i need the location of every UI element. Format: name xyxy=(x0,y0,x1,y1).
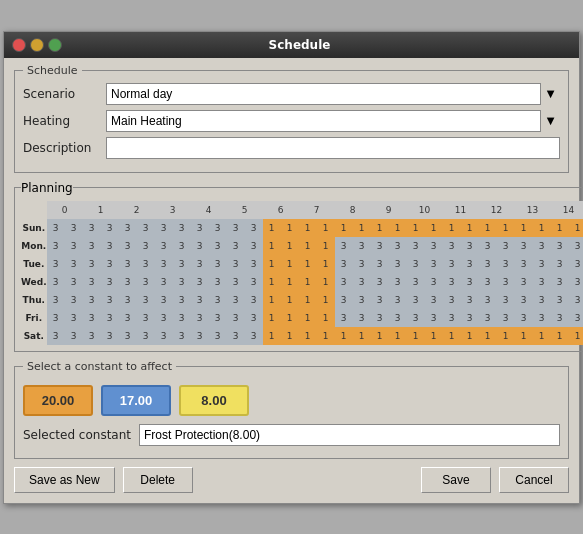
schedule-cell[interactable]: 1 xyxy=(317,219,335,237)
schedule-cell[interactable]: 1 xyxy=(281,273,299,291)
schedule-cell[interactable]: 3 xyxy=(209,273,227,291)
schedule-cell[interactable]: 3 xyxy=(209,327,227,345)
schedule-cell[interactable]: 1 xyxy=(353,327,371,345)
schedule-cell[interactable]: 3 xyxy=(497,291,515,309)
schedule-cell[interactable]: 3 xyxy=(119,219,137,237)
schedule-cell[interactable]: 3 xyxy=(173,291,191,309)
schedule-cell[interactable]: 1 xyxy=(515,219,533,237)
schedule-cell[interactable]: 3 xyxy=(245,309,263,327)
schedule-cell[interactable]: 3 xyxy=(407,237,425,255)
schedule-cell[interactable]: 3 xyxy=(191,237,209,255)
schedule-cell[interactable]: 1 xyxy=(299,273,317,291)
schedule-cell[interactable]: 1 xyxy=(281,237,299,255)
schedule-cell[interactable]: 3 xyxy=(497,309,515,327)
schedule-cell[interactable]: 3 xyxy=(47,273,65,291)
schedule-cell[interactable]: 1 xyxy=(317,291,335,309)
schedule-cell[interactable]: 1 xyxy=(533,219,551,237)
schedule-cell[interactable]: 3 xyxy=(245,273,263,291)
schedule-cell[interactable]: 1 xyxy=(551,219,569,237)
schedule-cell[interactable]: 3 xyxy=(191,255,209,273)
schedule-cell[interactable]: 3 xyxy=(533,309,551,327)
schedule-cell[interactable]: 3 xyxy=(83,327,101,345)
schedule-cell[interactable]: 3 xyxy=(227,237,245,255)
schedule-cell[interactable]: 3 xyxy=(569,309,583,327)
schedule-cell[interactable]: 3 xyxy=(371,237,389,255)
schedule-cell[interactable]: 1 xyxy=(443,219,461,237)
schedule-cell[interactable]: 3 xyxy=(335,237,353,255)
schedule-cell[interactable]: 3 xyxy=(209,237,227,255)
schedule-cell[interactable]: 3 xyxy=(65,255,83,273)
schedule-cell[interactable]: 3 xyxy=(137,237,155,255)
schedule-cell[interactable]: 3 xyxy=(83,219,101,237)
schedule-cell[interactable]: 3 xyxy=(47,255,65,273)
schedule-cell[interactable]: 1 xyxy=(371,219,389,237)
schedule-cell[interactable]: 3 xyxy=(209,255,227,273)
schedule-cell[interactable]: 3 xyxy=(497,237,515,255)
schedule-cell[interactable]: 3 xyxy=(389,309,407,327)
schedule-cell[interactable]: 3 xyxy=(47,327,65,345)
schedule-cell[interactable]: 1 xyxy=(479,327,497,345)
cancel-button[interactable]: Cancel xyxy=(499,467,569,493)
schedule-cell[interactable]: 3 xyxy=(497,273,515,291)
schedule-cell[interactable]: 3 xyxy=(155,309,173,327)
schedule-cell[interactable]: 1 xyxy=(299,255,317,273)
schedule-cell[interactable]: 3 xyxy=(515,273,533,291)
constant-button-1[interactable]: 17.00 xyxy=(101,385,171,416)
schedule-cell[interactable]: 3 xyxy=(479,309,497,327)
schedule-cell[interactable]: 3 xyxy=(155,237,173,255)
schedule-cell[interactable]: 3 xyxy=(389,273,407,291)
schedule-cell[interactable]: 3 xyxy=(335,273,353,291)
schedule-cell[interactable]: 3 xyxy=(353,309,371,327)
schedule-cell[interactable]: 3 xyxy=(47,237,65,255)
selected-constant-input[interactable] xyxy=(139,424,560,446)
schedule-cell[interactable]: 1 xyxy=(281,219,299,237)
schedule-cell[interactable]: 3 xyxy=(245,237,263,255)
schedule-cell[interactable]: 1 xyxy=(263,237,281,255)
schedule-cell[interactable]: 3 xyxy=(479,255,497,273)
schedule-cell[interactable]: 3 xyxy=(245,291,263,309)
schedule-cell[interactable]: 3 xyxy=(137,291,155,309)
schedule-cell[interactable]: 1 xyxy=(479,219,497,237)
schedule-cell[interactable]: 3 xyxy=(155,273,173,291)
schedule-cell[interactable]: 1 xyxy=(461,327,479,345)
schedule-cell[interactable]: 3 xyxy=(443,291,461,309)
schedule-cell[interactable]: 3 xyxy=(551,255,569,273)
schedule-cell[interactable]: 3 xyxy=(569,255,583,273)
schedule-cell[interactable]: 3 xyxy=(227,309,245,327)
schedule-cell[interactable]: 1 xyxy=(299,327,317,345)
constant-button-2[interactable]: 8.00 xyxy=(179,385,249,416)
schedule-cell[interactable]: 3 xyxy=(479,273,497,291)
schedule-cell[interactable]: 3 xyxy=(425,237,443,255)
schedule-cell[interactable]: 3 xyxy=(245,255,263,273)
maximize-button[interactable] xyxy=(48,38,62,52)
schedule-cell[interactable]: 3 xyxy=(407,291,425,309)
schedule-cell[interactable]: 1 xyxy=(263,255,281,273)
schedule-cell[interactable]: 1 xyxy=(353,219,371,237)
schedule-cell[interactable]: 3 xyxy=(479,291,497,309)
schedule-cell[interactable]: 3 xyxy=(461,255,479,273)
schedule-cell[interactable]: 3 xyxy=(65,291,83,309)
schedule-cell[interactable]: 3 xyxy=(119,273,137,291)
schedule-cell[interactable]: 3 xyxy=(425,309,443,327)
schedule-cell[interactable]: 3 xyxy=(353,255,371,273)
schedule-cell[interactable]: 3 xyxy=(551,237,569,255)
schedule-cell[interactable]: 3 xyxy=(569,291,583,309)
constant-button-0[interactable]: 20.00 xyxy=(23,385,93,416)
schedule-cell[interactable]: 3 xyxy=(515,291,533,309)
schedule-cell[interactable]: 1 xyxy=(281,327,299,345)
schedule-cell[interactable]: 1 xyxy=(389,327,407,345)
schedule-cell[interactable]: 1 xyxy=(263,291,281,309)
schedule-cell[interactable]: 1 xyxy=(407,327,425,345)
schedule-cell[interactable]: 1 xyxy=(497,327,515,345)
schedule-cell[interactable]: 3 xyxy=(245,219,263,237)
schedule-cell[interactable]: 3 xyxy=(479,237,497,255)
schedule-cell[interactable]: 1 xyxy=(299,237,317,255)
schedule-cell[interactable]: 3 xyxy=(47,291,65,309)
schedule-cell[interactable]: 3 xyxy=(227,327,245,345)
schedule-cell[interactable]: 3 xyxy=(533,255,551,273)
schedule-cell[interactable]: 1 xyxy=(299,219,317,237)
schedule-cell[interactable]: 3 xyxy=(173,273,191,291)
schedule-cell[interactable]: 1 xyxy=(281,309,299,327)
schedule-cell[interactable]: 3 xyxy=(497,255,515,273)
schedule-cell[interactable]: 1 xyxy=(569,327,583,345)
